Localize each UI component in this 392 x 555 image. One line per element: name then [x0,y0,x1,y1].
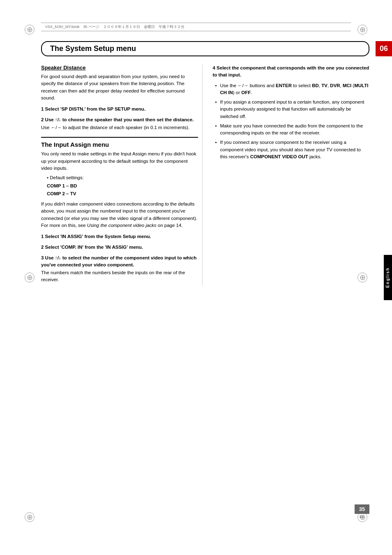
speaker-distance-body: For good sound depth and separation from… [41,73,198,102]
reg-mark-top-right [357,25,367,35]
reg-mark-bottom-left [25,512,35,522]
step4-heading: 4 Select the component that corresponds … [213,65,370,79]
default-settings: • Default settings: COMP 1 – BD COMP 2 –… [47,174,198,197]
speaker-distance-heading: Speaker Distance [41,65,198,71]
input-assign-body2: If you didn't make component video conne… [41,201,198,229]
bullet-4: If you connect any source component to t… [215,139,370,160]
step2-speaker-body: Use ←/→ to adjust the distance of each s… [41,124,198,131]
input-assign-step2: 2 Select 'COMP. IN' from the 'IN ASSIG' … [41,244,198,250]
left-column: Speaker Distance For good sound depth an… [41,65,203,285]
reg-mark-top-left [25,25,35,35]
step1-speaker: 1 Select 'SP DISTN.' from the SP SETUP m… [41,106,198,112]
bullet-1: Use the ←/→ buttons and ENTER to select … [215,82,370,97]
default-comp2: COMP 2 – TV [47,190,198,197]
right-col-bullets: Use the ←/→ buttons and ENTER to select … [213,82,370,161]
language-tab: English [384,255,392,300]
right-column: 4 Select the component that corresponds … [211,65,370,285]
two-column-layout: Speaker Distance For good sound depth an… [41,65,369,285]
page-title: The System Setup menu [50,44,136,53]
input-assign-step3-head: 3 Use ↑/↓ to select the number of the co… [41,254,198,268]
input-assign-section: The Input Assign menu You only need to m… [41,137,198,283]
default-comp1: COMP 1 – BD [47,182,198,190]
reg-mark-mid-left [25,273,35,282]
bullet-2: If you assign a component input to a cer… [215,99,370,120]
title-bar: The System Setup menu [41,41,369,56]
print-info: VSX_519V_MY.book 35 ページ ２００９年１月１６日 金曜日 午… [41,23,351,31]
main-content: The System Setup menu Speaker Distance F… [41,41,369,510]
bullet-3: Make sure you have connected the audio f… [215,123,370,137]
chapter-tab: 06 [376,41,392,56]
input-assign-step1: 1 Select 'IN ASSIG' from the System Setu… [41,233,198,240]
page-en-label: En [360,515,364,519]
input-assign-step3-body: The numbers match the numbers beside the… [41,269,198,284]
step2-speaker-head: 2 Use ↑/↓ to choose the speaker that you… [41,116,198,123]
speaker-distance-section: Speaker Distance For good sound depth an… [41,65,198,131]
input-assign-body1: You only need to make settings in the In… [41,150,198,172]
print-info-text: VSX_519V_MY.book 35 ページ ２００９年１月１６日 金曜日 午… [45,24,184,30]
input-assign-heading: The Input Assign menu [41,137,198,148]
